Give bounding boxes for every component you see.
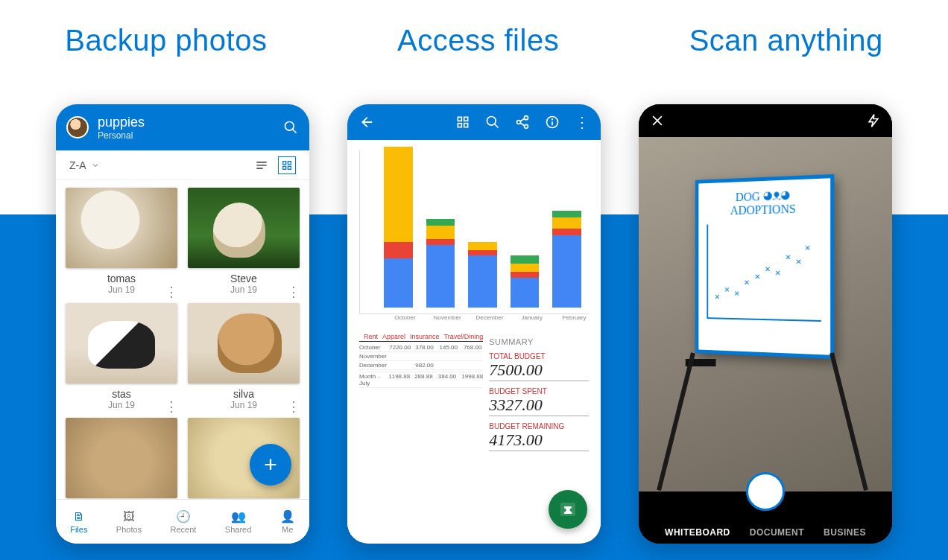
photo-name: tomas (63, 273, 180, 284)
phone-access-files: ⋮ OctoberNovemberDecemberJanuaryFebruary… (347, 104, 601, 544)
phone-backup-photos: puppies Personal Z-A (56, 104, 309, 544)
photo-thumb (66, 418, 177, 498)
nav-photos[interactable]: 🖼Photos (116, 510, 142, 534)
budget-chart (359, 150, 589, 314)
chart-category: November (433, 314, 462, 321)
search-icon[interactable] (484, 114, 501, 130)
info-icon[interactable] (544, 114, 560, 130)
camera-bottom-bar: WHITEBOARD DOCUMENT BUSINES (639, 491, 892, 544)
svg-rect-12 (458, 124, 461, 127)
table-row: November (359, 352, 483, 361)
more-icon[interactable]: ⋮ (287, 290, 300, 294)
folder-title: puppies (98, 115, 274, 130)
more-icon[interactable]: ⋮ (165, 404, 178, 409)
search-icon[interactable] (282, 119, 299, 136)
total-budget-value: 7500.00 (489, 360, 589, 381)
nav-me[interactable]: 👤Me (280, 509, 295, 534)
budget-table: RentApparelInsuranceTravel/Dining Octobe… (359, 333, 483, 451)
photo-date: Jun 19 (186, 400, 302, 410)
more-icon[interactable]: ⋮ (165, 290, 178, 294)
summary-title: SUMMARY (489, 337, 589, 346)
svg-line-19 (520, 118, 525, 121)
photo-date: Jun 19 (63, 284, 180, 295)
photo-icon: 🖼 (123, 510, 135, 524)
sort-label: Z-A (69, 159, 86, 171)
flash-icon[interactable] (865, 112, 882, 129)
bottom-nav: 🗎Files 🖼Photos 🕘Recent 👥Shared 👤Me (56, 499, 309, 544)
photo-date: Jun 19 (186, 284, 302, 295)
nav-label: Me (282, 525, 293, 534)
camera-top-bar (639, 104, 892, 137)
mode-business[interactable]: BUSINES (824, 527, 866, 538)
svg-rect-5 (283, 161, 286, 164)
dog-face-icon: ◕ᴥ◕ (763, 189, 790, 203)
more-icon[interactable]: ⋮ (287, 404, 300, 409)
grid-view-icon[interactable] (278, 156, 296, 174)
svg-rect-8 (288, 166, 291, 169)
grid-icon[interactable] (455, 114, 471, 130)
clock-icon: 🕘 (176, 509, 191, 524)
photo-cell[interactable]: stas Jun 19 ⋮ (63, 303, 180, 413)
add-button[interactable]: + (250, 444, 291, 486)
budget-spent-value: 3327.00 (489, 395, 589, 416)
easel-stand (688, 353, 837, 480)
chevron-down-icon (91, 161, 100, 170)
svg-point-17 (517, 121, 521, 124)
svg-point-18 (525, 124, 528, 128)
file-icon: 🗎 (73, 510, 85, 524)
whiteboard-line1: DOG (736, 190, 760, 203)
photo-thumb (66, 188, 177, 268)
svg-rect-6 (288, 161, 291, 164)
photo-name: stas (63, 388, 180, 400)
list-view-icon[interactable] (253, 156, 271, 174)
svg-line-15 (495, 124, 499, 128)
person-icon: 👤 (280, 509, 295, 524)
photo-name: Steve (186, 273, 302, 284)
heading-access: Access files (397, 24, 559, 57)
nav-label: Files (70, 525, 87, 534)
avatar[interactable] (66, 116, 89, 139)
mode-document[interactable]: DOCUMENT (750, 527, 804, 538)
table-row: Month - July1198.88288.88384.001998.88 (359, 372, 483, 388)
photo-thumb (66, 303, 177, 384)
share-icon[interactable] (514, 114, 531, 130)
file-toolbar: ⋮ (347, 104, 601, 140)
nav-label: Shared (225, 525, 251, 534)
svg-marker-28 (869, 115, 878, 127)
svg-point-16 (525, 116, 528, 120)
sort-bar: Z-A (56, 150, 309, 180)
photo-cell[interactable]: tomas Jun 19 ⋮ (63, 188, 180, 297)
table-row: October7220.00378.00145.00768.00 (359, 343, 483, 352)
nav-recent[interactable]: 🕘Recent (171, 509, 197, 534)
budget-spent-label: BUDGET SPENT (489, 387, 589, 395)
photo-cell[interactable]: Steve Jun 19 ⋮ (186, 188, 302, 297)
whiteboard-chart: ✕✕ ✕✕ ✕✕ ✕✕ ✕✕ (707, 223, 821, 322)
mode-whiteboard[interactable]: WHITEBOARD (665, 527, 730, 538)
nav-label: Photos (116, 525, 142, 534)
nav-shared[interactable]: 👥Shared (225, 509, 251, 534)
photo-cell[interactable]: silva Jun 19 ⋮ (186, 303, 302, 413)
shutter-button[interactable] (746, 472, 785, 511)
chart-bar (511, 255, 540, 308)
scan-modes: WHITEBOARD DOCUMENT BUSINES (639, 527, 892, 538)
camera-viewfinder[interactable]: DOG ◕ᴥ◕ADOPTIONS ✕✕ ✕✕ ✕✕ ✕✕ ✕✕ (639, 137, 892, 491)
svg-rect-13 (464, 124, 468, 127)
back-icon[interactable] (358, 114, 374, 130)
excel-open-button[interactable]: X (549, 490, 587, 529)
whiteboard-line2: ADOPTIONS (730, 202, 796, 216)
close-icon[interactable] (649, 112, 666, 129)
svg-rect-11 (464, 117, 468, 121)
chart-category: December (475, 314, 505, 321)
phone-scan: DOG ◕ᴥ◕ADOPTIONS ✕✕ ✕✕ ✕✕ ✕✕ ✕✕ WHITEB (639, 104, 892, 544)
nav-files[interactable]: 🗎Files (70, 510, 87, 534)
chart-bar (552, 211, 581, 308)
photo-cell[interactable] (63, 418, 180, 500)
account-label: Personal (98, 130, 274, 141)
overflow-icon[interactable]: ⋮ (574, 114, 590, 130)
svg-point-23 (552, 119, 553, 120)
chart-category: January (517, 314, 546, 321)
svg-text:X: X (565, 505, 572, 515)
sort-dropdown[interactable]: Z-A (69, 159, 100, 171)
document-preview[interactable]: OctoberNovemberDecemberJanuaryFebruary R… (347, 140, 601, 542)
heading-scan: Scan anything (689, 24, 883, 57)
